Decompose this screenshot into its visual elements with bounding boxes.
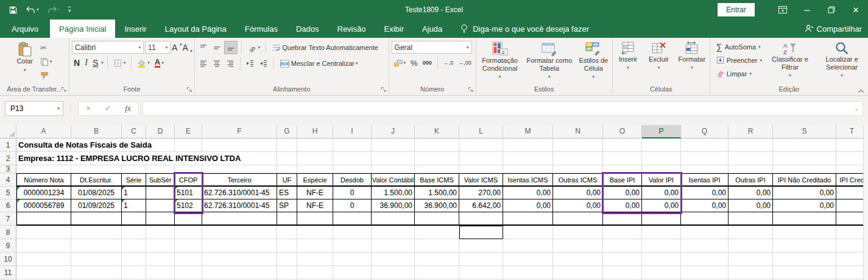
cell-G2[interactable] bbox=[277, 152, 297, 165]
cell-G5[interactable]: ES bbox=[277, 187, 297, 199]
tell-me-box[interactable]: Diga-me o que você deseja fazer bbox=[460, 20, 589, 38]
delete-cells-button[interactable]: Excluir▾ bbox=[644, 39, 673, 73]
cell-R7[interactable] bbox=[729, 212, 773, 226]
format-as-table-button[interactable]: Formatar como Tabela▾ bbox=[524, 39, 574, 82]
cell-K4[interactable]: Base ICMS bbox=[415, 173, 459, 187]
cell-B10[interactable] bbox=[71, 253, 122, 266]
tab-ajuda[interactable]: Ajuda bbox=[413, 20, 451, 38]
cell-O5[interactable]: 0,00 bbox=[603, 187, 642, 199]
cell-I5[interactable]: 0 bbox=[333, 187, 372, 199]
cell-P1[interactable] bbox=[642, 138, 681, 152]
paste-button[interactable]: Colar ▾ bbox=[15, 39, 35, 76]
expand-formula-bar-icon[interactable]: ⌄ bbox=[854, 106, 859, 112]
cell-E4[interactable]: CFOP bbox=[175, 173, 202, 187]
cell-F11[interactable] bbox=[202, 266, 277, 279]
cell-O9[interactable] bbox=[603, 239, 642, 253]
cell-Q2[interactable] bbox=[681, 152, 729, 165]
tab-revisao[interactable]: Revisão bbox=[328, 20, 375, 38]
cell-R8[interactable] bbox=[729, 226, 773, 239]
cell-N4[interactable]: Outras ICMS bbox=[553, 173, 603, 187]
borders-button[interactable]: ▾ bbox=[111, 57, 128, 69]
cell-B11[interactable] bbox=[71, 266, 122, 279]
col-header-A[interactable]: A bbox=[16, 125, 71, 138]
cell-R1[interactable] bbox=[729, 138, 773, 152]
decrease-font-size-button[interactable]: A▾ bbox=[182, 43, 191, 52]
cell-L5[interactable]: 270,00 bbox=[459, 187, 503, 199]
cell-Q9[interactable] bbox=[681, 239, 729, 253]
cell-K11[interactable] bbox=[415, 266, 459, 279]
cell-S10[interactable] bbox=[773, 253, 836, 266]
underline-button[interactable]: S bbox=[91, 57, 100, 69]
cell-N9[interactable] bbox=[553, 239, 603, 253]
cell-F10[interactable] bbox=[202, 253, 277, 266]
collapse-ribbon-icon[interactable] bbox=[858, 89, 864, 93]
font-dialog-launcher-icon[interactable] bbox=[186, 87, 192, 93]
cell-N6[interactable]: 0,00 bbox=[553, 199, 603, 212]
col-header-L[interactable]: L bbox=[459, 125, 503, 138]
cell-G4[interactable]: UF bbox=[277, 173, 297, 187]
cell-R5[interactable]: 0,00 bbox=[729, 187, 773, 199]
tab-inserir[interactable]: Inserir bbox=[115, 20, 155, 38]
cell-R6[interactable]: 0,00 bbox=[729, 199, 773, 212]
cell-G9[interactable] bbox=[277, 239, 297, 253]
cell-C11[interactable] bbox=[122, 266, 146, 279]
cell-Q6[interactable]: 0,00 bbox=[681, 199, 729, 212]
cell-N7[interactable] bbox=[553, 212, 603, 226]
cell-M11[interactable] bbox=[503, 266, 553, 279]
align-right-button[interactable] bbox=[224, 57, 236, 70]
name-box[interactable]: P13▾ bbox=[5, 101, 63, 116]
col-header-P[interactable]: P bbox=[642, 125, 681, 138]
col-header-Q[interactable]: Q bbox=[681, 125, 729, 138]
row-header-4[interactable]: 4 bbox=[0, 173, 16, 187]
cell-J3[interactable] bbox=[372, 165, 415, 173]
tab-arquivo[interactable]: Arquivo bbox=[0, 20, 50, 38]
cell-J2[interactable] bbox=[372, 152, 415, 165]
cell-F6[interactable]: 62.726.310/0001-45 bbox=[202, 199, 277, 212]
cell-S3[interactable] bbox=[773, 165, 836, 173]
comma-style-button[interactable]: 000 bbox=[421, 57, 434, 69]
cell-S6[interactable]: 0,00 bbox=[773, 199, 836, 212]
cell-K6[interactable]: 36.900,00 bbox=[415, 199, 459, 212]
italic-button[interactable]: I bbox=[83, 57, 90, 69]
cell-G3[interactable] bbox=[277, 165, 297, 173]
cell-J4[interactable]: Valor Contábil bbox=[372, 173, 415, 187]
col-header-D[interactable]: D bbox=[146, 125, 175, 138]
cell-P7[interactable] bbox=[642, 212, 681, 226]
cell-K9[interactable] bbox=[415, 239, 459, 253]
cell-L9[interactable] bbox=[459, 239, 503, 253]
align-bottom-button[interactable] bbox=[224, 41, 238, 54]
cell-D10[interactable] bbox=[146, 253, 175, 266]
align-middle-button[interactable] bbox=[211, 41, 223, 54]
cell-H4[interactable]: Espécie bbox=[297, 173, 333, 187]
copy-button[interactable]: ▾ bbox=[38, 56, 54, 68]
confirm-entry-button[interactable]: ✓ bbox=[98, 104, 118, 113]
cell-M8[interactable] bbox=[503, 226, 553, 239]
find-select-button[interactable]: Localizar e Selecionar▾ bbox=[817, 39, 867, 81]
cell-I4[interactable]: Desdob bbox=[333, 173, 372, 187]
cell-D6[interactable] bbox=[146, 199, 175, 212]
cell-S2[interactable] bbox=[773, 152, 836, 165]
cell-A3[interactable] bbox=[16, 165, 71, 173]
cell-H1[interactable] bbox=[297, 138, 333, 152]
cell-I9[interactable] bbox=[333, 239, 372, 253]
font-name-select[interactable]: Calibri▾ bbox=[72, 41, 144, 54]
cell-H7[interactable] bbox=[297, 212, 333, 226]
align-left-button[interactable] bbox=[197, 57, 210, 70]
cell-S8[interactable] bbox=[773, 226, 836, 239]
row-header-3[interactable]: 3 bbox=[0, 165, 16, 173]
cell-C8[interactable] bbox=[122, 226, 146, 239]
accounting-format-button[interactable]: ▾ bbox=[392, 57, 408, 69]
cancel-entry-button[interactable]: × bbox=[79, 104, 98, 113]
cell-L2[interactable] bbox=[459, 152, 503, 165]
cell-M4[interactable]: Isentas ICMS bbox=[503, 173, 553, 187]
cell-O2[interactable] bbox=[603, 152, 642, 165]
cell-B8[interactable] bbox=[71, 226, 122, 239]
cell-C3[interactable] bbox=[122, 165, 146, 173]
customize-quick-access-button[interactable]: ▾ bbox=[68, 7, 71, 13]
row-header-8[interactable]: 8 bbox=[0, 226, 16, 239]
cell-P8[interactable] bbox=[642, 226, 681, 239]
cell-I1[interactable] bbox=[333, 138, 372, 152]
tab-layout-da-pagina[interactable]: Layout da Página bbox=[156, 20, 236, 38]
cell-O6[interactable]: 0,00 bbox=[603, 199, 642, 212]
cell-L11[interactable] bbox=[459, 266, 503, 279]
